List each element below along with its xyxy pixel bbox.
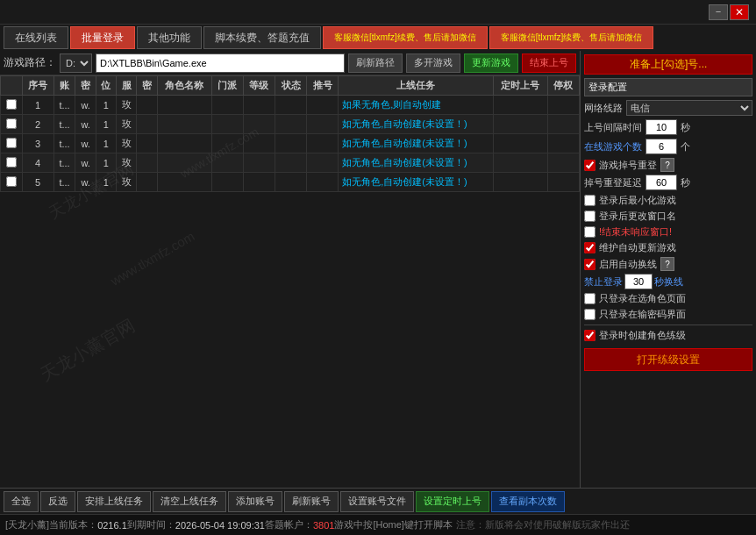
- minimize-button[interactable]: －: [709, 4, 728, 20]
- status-answer: 3801: [313, 520, 334, 531]
- auto-switch-help-button[interactable]: ?: [660, 257, 674, 271]
- status-game-key: 游戏中按[Home]键打开脚本: [334, 518, 452, 531]
- row-num: 3: [22, 134, 53, 153]
- divider: [584, 325, 752, 325]
- select-all-button[interactable]: 全选: [4, 491, 39, 512]
- status-expire-label: 到期时间：: [127, 518, 175, 531]
- table-row[interactable]: 1 t... w. 1 玫 如果无角色,则自动创建: [1, 96, 580, 115]
- ban-input[interactable]: [624, 274, 653, 289]
- auto-update-row: 维护自动更新游戏: [584, 241, 752, 254]
- minimize-checkbox[interactable]: [584, 195, 596, 206]
- row-sect: [211, 173, 243, 192]
- char-select-checkbox[interactable]: [584, 293, 596, 304]
- online-count-unit: 个: [681, 140, 690, 153]
- interval-input[interactable]: [645, 119, 677, 135]
- row-status: [275, 115, 306, 134]
- row-srv: 玫: [117, 134, 137, 153]
- refresh-account-button[interactable]: 刷新账号: [284, 491, 339, 512]
- row-checkbox[interactable]: [1, 96, 23, 115]
- arrange-task-button[interactable]: 安排上线任务: [77, 491, 151, 512]
- update-game-button[interactable]: 更新游戏: [464, 54, 518, 73]
- auto-switch-row: 启用自动换线 ?: [584, 257, 752, 271]
- start-button[interactable]: 结束上号: [522, 54, 576, 73]
- left-panel: 游戏路径： D: C: E: 刷新路径 多开游戏 更新游戏 结束上号 天龙小薰官…: [0, 51, 581, 488]
- setup-file-button[interactable]: 设置账号文件: [340, 491, 414, 512]
- interval-row: 上号间隔时间 秒: [584, 119, 752, 135]
- table-row[interactable]: 2 t... w. 1 玫 如无角色,自动创建(未设置！): [1, 115, 580, 134]
- tab-promo2[interactable]: 客服微信[tlxmfz]续费、售后请加微信: [489, 26, 654, 49]
- auto-update-checkbox[interactable]: [584, 242, 596, 253]
- network-select[interactable]: 电信 联通 移动: [626, 100, 752, 116]
- respawn-delay-input[interactable]: [645, 175, 677, 190]
- row-time: [493, 96, 547, 115]
- char-select-row: 只登录在选角色页面: [584, 292, 752, 305]
- set-timer-button[interactable]: 设置定时上号: [416, 491, 489, 512]
- status-prefix: [天龙小薰]当前版本：: [5, 518, 97, 531]
- respawn-checkbox[interactable]: [584, 160, 596, 171]
- right-panel-title: 准备上[勾选]号...: [584, 54, 752, 75]
- row-time: [493, 115, 547, 134]
- nav-bar: 在线列表 批量登录 其他功能 脚本续费、答题充值 客服微信[tlxmfz]续费、…: [0, 25, 756, 51]
- watermark-2: www.tlxmfz.com: [108, 228, 197, 288]
- multi-game-button[interactable]: 多开游戏: [406, 54, 460, 73]
- row-checkbox[interactable]: [1, 115, 23, 134]
- row-checkbox[interactable]: [1, 134, 23, 153]
- game-path-row: 游戏路径： D: C: E: 刷新路径 多开游戏 更新游戏 结束上号: [0, 51, 580, 75]
- path-input[interactable]: [96, 54, 345, 73]
- tab-recharge[interactable]: 脚本续费、答题充值: [203, 26, 321, 49]
- tab-promo1[interactable]: 客服微信[tlxmfz]续费、售后请加微信: [323, 26, 488, 49]
- col-status: 状态: [275, 76, 306, 96]
- row-task: 如无角色,自动创建(未设置！): [339, 173, 494, 192]
- row-rpwd: [137, 115, 157, 134]
- tab-other-func[interactable]: 其他功能: [137, 26, 202, 49]
- row-sect: [211, 96, 243, 115]
- row-checkbox[interactable]: [1, 173, 23, 192]
- drive-select[interactable]: D: C: E:: [60, 54, 92, 73]
- tab-online-list[interactable]: 在线列表: [4, 26, 68, 49]
- clear-task-button[interactable]: 清空上线任务: [153, 491, 226, 512]
- table-row[interactable]: 4 t... w. 1 玫 如无角色,自动创建(未设置！): [1, 153, 580, 173]
- deselect-button[interactable]: 反选: [40, 491, 75, 512]
- col-timer: 定时上号: [493, 76, 547, 96]
- row-checkbox[interactable]: [1, 153, 23, 173]
- tab-batch-login[interactable]: 批量登录: [70, 26, 135, 49]
- col-rpwd: 密: [137, 76, 157, 96]
- row-ban: [547, 96, 579, 115]
- respawn-label: 游戏掉号重登: [599, 159, 657, 172]
- ban-label[interactable]: 禁止登录: [584, 275, 623, 289]
- accounts-table: 序号 账 密 位 服 密 角色名称 门派 等级 状态 推号 上线任务 定时上号 …: [0, 75, 580, 192]
- open-settings-button[interactable]: 打开练级设置: [584, 348, 752, 371]
- table-row[interactable]: 5 t... w. 1 玫 如无角色,自动创建(未设置！): [1, 173, 580, 192]
- row-status: [275, 96, 306, 115]
- online-count-input[interactable]: [645, 139, 677, 154]
- pwd-input-checkbox[interactable]: [584, 309, 596, 320]
- respawn-help-button[interactable]: ?: [660, 158, 674, 172]
- title-bar: － ✕: [0, 0, 756, 25]
- row-pos: 1: [96, 153, 116, 173]
- row-srv: 玫: [117, 153, 137, 173]
- row-status: [275, 153, 306, 173]
- row-name: [157, 134, 211, 153]
- interval-label: 上号间隔时间: [584, 121, 642, 134]
- view-count-button[interactable]: 查看副本次数: [491, 491, 565, 512]
- no-response-checkbox[interactable]: [584, 226, 596, 238]
- rename-checkbox[interactable]: [584, 210, 596, 222]
- row-task: 如果无角色,则自动创建: [339, 96, 494, 115]
- row-push: [307, 115, 339, 134]
- row-num: 2: [22, 115, 53, 134]
- table-row[interactable]: 3 t... w. 1 玫 如无角色,自动创建(未设置！): [1, 134, 580, 153]
- add-account-button[interactable]: 添加账号: [228, 491, 282, 512]
- close-button[interactable]: ✕: [730, 4, 749, 20]
- create-role-checkbox[interactable]: [584, 330, 596, 341]
- respawn-delay-label: 掉号重登延迟: [584, 176, 642, 189]
- refresh-path-button[interactable]: 刷新路径: [348, 54, 403, 73]
- row-acc: t...: [53, 153, 75, 173]
- row-ban: [547, 153, 579, 173]
- row-ban: [547, 134, 579, 153]
- section-login-config: 登录配置: [584, 78, 752, 96]
- char-select-label: 只登录在选角色页面: [599, 292, 686, 305]
- row-task: 如无角色,自动创建(未设置！): [339, 115, 494, 134]
- row-level: [243, 153, 275, 173]
- auto-switch-checkbox[interactable]: [584, 259, 596, 270]
- status-bar: [天龙小薰]当前版本： 0216.1 到期时间： 2026-05-04 19:0…: [0, 514, 756, 535]
